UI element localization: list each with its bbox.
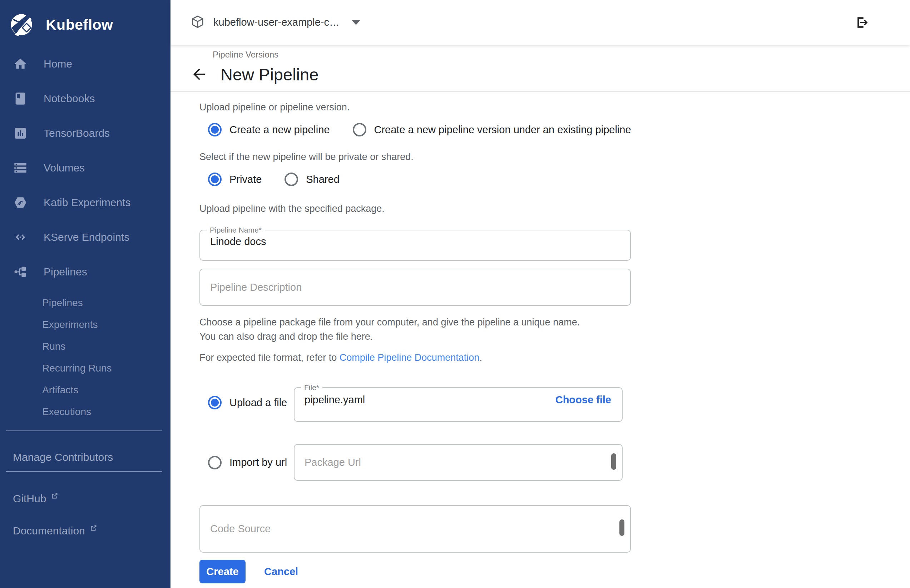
sidebar-item-volumes[interactable]: Volumes: [0, 150, 170, 185]
radio-label: Upload a file: [230, 397, 287, 409]
sidebar-subitem-executions[interactable]: Executions: [0, 401, 170, 423]
subitem-label: Experiments: [42, 319, 98, 330]
radio-label: Private: [230, 174, 262, 186]
radio-label: Create a new pipeline: [230, 124, 330, 136]
package-help-text: Choose a pipeline package file from your…: [199, 315, 910, 344]
sidebar: Kubeflow Home Notebooks TensorBoards: [0, 0, 170, 588]
radio-icon[interactable]: [353, 123, 366, 136]
home-icon: [13, 57, 28, 71]
bar-chart-icon: [13, 126, 28, 141]
sidebar-item-label: Volumes: [44, 162, 85, 174]
radio-upload-a-file[interactable]: Upload a file: [208, 396, 294, 409]
caret-down-icon: [352, 20, 360, 25]
sidebar-item-github[interactable]: GitHub: [0, 493, 170, 505]
upload-section-label: Upload pipeline or pipeline version.: [199, 102, 910, 113]
documentation-label: Documentation: [13, 525, 85, 537]
radio-icon[interactable]: [208, 123, 222, 136]
sidebar-divider: [6, 430, 162, 431]
choose-file-button[interactable]: Choose file: [555, 394, 611, 406]
sidebar-item-tensorboards[interactable]: TensorBoards: [0, 116, 170, 150]
radio-create-pipeline-version[interactable]: Create a new pipeline version under an e…: [353, 123, 631, 136]
radio-import-by-url[interactable]: Import by url: [208, 456, 294, 469]
radio-label: Shared: [306, 174, 340, 186]
package-section-label: Upload pipeline with the specified packa…: [199, 203, 910, 214]
radio-icon[interactable]: [208, 396, 222, 409]
radio-shared[interactable]: Shared: [285, 173, 340, 186]
sidebar-item-label: Home: [44, 58, 72, 70]
subitem-label: Executions: [42, 406, 91, 418]
code-source-field: [199, 505, 631, 552]
pipeline-name-label: Pipeline Name*: [207, 226, 265, 234]
package-url-field: [294, 444, 623, 481]
sidebar-nav: Home Notebooks TensorBoards Volumes: [0, 47, 170, 289]
back-button[interactable]: [191, 66, 208, 83]
back-arrow-icon: [191, 66, 208, 83]
create-button[interactable]: Create: [199, 560, 246, 583]
kubeflow-app: Kubeflow Home Notebooks TensorBoards: [0, 0, 910, 588]
main-column: kubeflow-user-example-c… Pipeline Versio…: [170, 0, 910, 588]
sidebar-subitem-runs[interactable]: Runs: [0, 336, 170, 357]
sidebar-subitem-pipelines[interactable]: Pipelines: [0, 292, 170, 313]
resize-handle[interactable]: [619, 519, 624, 536]
logout-icon: [854, 15, 870, 31]
sidebar-item-notebooks[interactable]: Notebooks: [0, 81, 170, 116]
storage-icon: [13, 160, 28, 175]
github-label: GitHub: [13, 493, 46, 505]
namespace-cube-icon: [191, 15, 205, 31]
sidebar-item-home[interactable]: Home: [0, 47, 170, 81]
sidebar-item-pipelines[interactable]: Pipelines: [0, 254, 170, 289]
page-title: New Pipeline: [220, 65, 319, 84]
radio-label: Create a new pipeline version under an e…: [374, 124, 631, 136]
radio-icon[interactable]: [208, 456, 222, 469]
radio-private[interactable]: Private: [208, 173, 262, 186]
code-brackets-icon: [13, 230, 28, 245]
sidebar-item-documentation[interactable]: Documentation: [0, 525, 170, 537]
cancel-button[interactable]: Cancel: [262, 565, 300, 578]
visibility-radio-group: Private Shared: [208, 173, 910, 186]
new-pipeline-form: Upload pipeline or pipeline version. Cre…: [170, 92, 910, 583]
subitem-label: Runs: [42, 341, 65, 352]
compile-pipeline-documentation-link[interactable]: Compile Pipeline Documentation: [340, 352, 480, 363]
page-content: Pipeline Versions New Pipeline Upload pi…: [170, 45, 910, 588]
upload-file-row: Upload a file File* pipeline.yaml Choose…: [208, 383, 910, 422]
file-field: File* pipeline.yaml Choose file: [294, 383, 623, 422]
sidebar-item-label: KServe Endpoints: [44, 231, 130, 243]
pipelines-subnav: Pipelines Experiments Runs Recurring Run…: [0, 292, 170, 423]
manage-contributors-label: Manage Contributors: [13, 451, 113, 463]
file-field-label: File*: [301, 383, 322, 392]
subitem-label: Pipelines: [42, 297, 83, 309]
sidebar-subitem-experiments[interactable]: Experiments: [0, 313, 170, 336]
kubeflow-logo-icon: [9, 11, 36, 38]
resize-handle[interactable]: [611, 453, 616, 470]
package-url-input[interactable]: [295, 445, 622, 480]
namespace-selector[interactable]: kubeflow-user-example-c…: [191, 15, 360, 31]
radio-icon[interactable]: [285, 173, 298, 186]
subitem-label: Recurring Runs: [42, 363, 112, 374]
form-actions: Create Cancel: [199, 560, 910, 583]
file-format-line: For expected file format, refer to Compi…: [199, 352, 910, 363]
sidebar-subitem-artifacts[interactable]: Artifacts: [0, 379, 170, 401]
notebook-icon: [13, 91, 28, 106]
pipeline-description-field: [199, 269, 631, 306]
pipeline-name-input[interactable]: [200, 234, 593, 247]
logo[interactable]: Kubeflow: [0, 0, 170, 39]
radio-create-new-pipeline[interactable]: Create a new pipeline: [208, 123, 330, 136]
logo-text: Kubeflow: [46, 16, 113, 33]
help-line-2: You can also drag and drop the file here…: [199, 331, 373, 342]
sidebar-item-katib-experiments[interactable]: Katib Experiments: [0, 185, 170, 220]
sidebar-item-kserve-endpoints[interactable]: KServe Endpoints: [0, 220, 170, 254]
pipeline-description-input[interactable]: [200, 269, 630, 305]
katib-hexagon-icon: [13, 195, 28, 210]
radio-icon[interactable]: [208, 173, 222, 186]
sidebar-subitem-recurring-runs[interactable]: Recurring Runs: [0, 357, 170, 379]
logout-button[interactable]: [854, 15, 870, 31]
file-field-inner: pipeline.yaml Choose file: [295, 392, 622, 406]
sidebar-item-label: Pipelines: [44, 266, 87, 278]
sidebar-item-label: Notebooks: [44, 92, 95, 105]
format-prefix: For expected file format, refer to: [199, 352, 340, 363]
code-source-input[interactable]: [200, 506, 630, 552]
sidebar-item-manage-contributors[interactable]: Manage Contributors: [0, 451, 170, 463]
import-url-row: Import by url: [208, 444, 910, 481]
sidebar-item-label: Katib Experiments: [44, 197, 130, 208]
sidebar-item-label: TensorBoards: [44, 127, 110, 139]
